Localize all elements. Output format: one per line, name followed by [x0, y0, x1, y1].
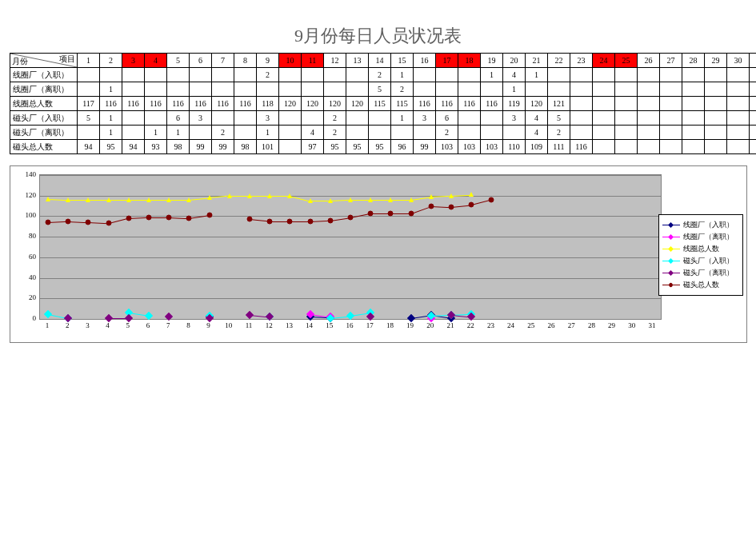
cell: 2 — [369, 68, 391, 82]
legend-item: 线圈厂（入职） — [662, 220, 739, 230]
cell — [100, 68, 122, 82]
cell — [167, 82, 190, 97]
x-tick: 19 — [401, 321, 420, 329]
cell — [727, 140, 750, 154]
cell — [145, 68, 167, 82]
cell — [391, 126, 414, 140]
table-row: 线圈总人数11711611611611611611611611812012012… — [10, 97, 757, 111]
cell: 93 — [145, 140, 167, 154]
legend-label: 线圈厂（入职） — [683, 220, 734, 230]
x-tick: 16 — [340, 321, 359, 329]
cell — [705, 126, 727, 140]
cell: 96 — [391, 140, 414, 154]
day-header-17: 17 — [436, 54, 458, 68]
cell: 101 — [257, 140, 279, 154]
cell: 1 — [257, 126, 279, 140]
cell: 1 — [100, 126, 122, 140]
x-tick: 4 — [98, 321, 118, 329]
cell: 116 — [145, 97, 167, 111]
cell — [167, 68, 190, 82]
x-tick: 26 — [542, 321, 561, 329]
cell — [279, 126, 302, 140]
x-tick: 25 — [522, 321, 541, 329]
cell — [593, 82, 615, 97]
cell — [122, 82, 145, 97]
cell — [570, 97, 593, 111]
legend-label: 磁头厂（入职） — [683, 256, 734, 266]
day-header-20: 20 — [503, 54, 526, 68]
y-tick: 100 — [14, 211, 36, 219]
cell: 5 — [548, 111, 570, 126]
cell — [302, 68, 324, 82]
cell — [727, 97, 750, 111]
cell: 6 — [167, 111, 190, 126]
cell: 116 — [458, 97, 481, 111]
cell: 117 — [78, 97, 100, 111]
day-header-26: 26 — [638, 54, 660, 68]
data-table: 项目 月份 1234567891011121314151617181920212… — [10, 53, 756, 154]
cell — [234, 126, 257, 140]
cell — [705, 68, 727, 82]
cell — [750, 140, 757, 154]
cell: 116 — [190, 97, 212, 111]
cell — [727, 68, 750, 82]
day-header-4: 4 — [145, 54, 167, 68]
x-tick: 30 — [622, 321, 642, 329]
cell — [682, 111, 705, 126]
cell: 116 — [167, 97, 190, 111]
cell — [145, 82, 167, 97]
cell — [458, 111, 481, 126]
table-row: 磁头厂（入职）516332136345 — [10, 111, 757, 126]
cell — [705, 140, 727, 154]
cell — [660, 82, 682, 97]
day-header-15: 15 — [391, 54, 414, 68]
cell: 6 — [436, 111, 458, 126]
cell — [750, 126, 757, 140]
cell: 95 — [346, 140, 369, 154]
row-label: 线圈厂（入职） — [10, 68, 78, 82]
row-label: 线圈总人数 — [10, 97, 78, 111]
x-tick: 10 — [219, 321, 238, 329]
cell — [78, 68, 100, 82]
x-tick: 12 — [259, 321, 278, 329]
cell — [526, 82, 548, 97]
cell — [414, 82, 436, 97]
cell: 116 — [481, 97, 503, 111]
cell — [436, 82, 458, 97]
cell: 98 — [234, 140, 257, 154]
cell — [279, 82, 302, 97]
cell — [190, 126, 212, 140]
cell: 120 — [526, 97, 548, 111]
day-header-19: 19 — [481, 54, 503, 68]
y-tick: 0 — [14, 314, 36, 322]
cell — [324, 82, 346, 97]
cell: 95 — [100, 140, 122, 154]
cell — [570, 126, 593, 140]
cell — [638, 82, 660, 97]
cell — [615, 126, 638, 140]
cell — [190, 82, 212, 97]
cell — [660, 68, 682, 82]
cell: 116 — [212, 97, 234, 111]
cell — [234, 111, 257, 126]
cell — [369, 126, 391, 140]
day-header-30: 30 — [727, 54, 750, 68]
day-header-25: 25 — [615, 54, 638, 68]
x-tick: 2 — [58, 321, 77, 329]
cell: 116 — [100, 97, 122, 111]
cell — [234, 68, 257, 82]
cell — [615, 82, 638, 97]
cell: 103 — [481, 140, 503, 154]
day-header-28: 28 — [682, 54, 705, 68]
cell: 2 — [436, 126, 458, 140]
cell — [682, 97, 705, 111]
cell: 3 — [414, 111, 436, 126]
cell — [638, 140, 660, 154]
day-header-16: 16 — [414, 54, 436, 68]
legend-label: 线圈厂（离职） — [683, 232, 734, 242]
cell — [593, 126, 615, 140]
cell: 120 — [302, 97, 324, 111]
cell — [615, 68, 638, 82]
cell — [638, 68, 660, 82]
cell — [750, 82, 757, 97]
